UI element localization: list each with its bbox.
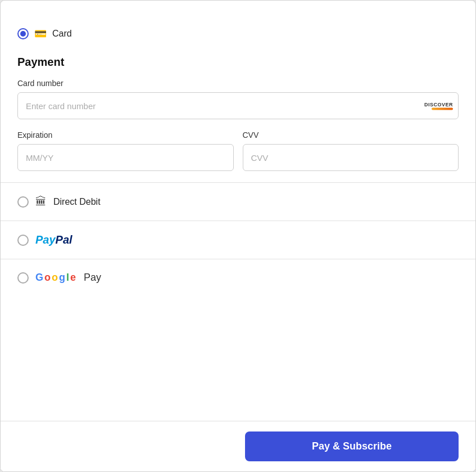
cvv-label: CVV (243, 131, 459, 140)
gpay-logo: Google (35, 272, 76, 284)
payment-modal: 💳 Card Payment Card number DISCOVER (0, 0, 476, 472)
pay-subscribe-button[interactable]: Pay & Subscribe (245, 431, 459, 461)
g-blue2: g (59, 272, 65, 284)
discover-text: DISCOVER (424, 102, 453, 107)
expiry-cvv-row: Expiration CVV (17, 131, 459, 171)
g-yellow: o (52, 272, 58, 284)
g-red: o (44, 272, 51, 284)
payment-section-title: Payment (17, 56, 459, 69)
direct-debit-label: Direct Debit (53, 197, 101, 207)
paypal-logo: PayPal (35, 233, 72, 246)
discover-badge: DISCOVER (424, 102, 453, 110)
cvv-input[interactable] (243, 144, 459, 171)
gpay-radio-button[interactable] (17, 272, 29, 284)
direct-debit-radio-button[interactable] (17, 196, 29, 208)
expiry-input[interactable] (17, 144, 234, 171)
expiry-label: Expiration (17, 131, 234, 140)
card-number-wrapper: DISCOVER (17, 92, 459, 119)
paypal-radio-button[interactable] (17, 235, 29, 246)
card-icon: 💳 (34, 28, 47, 40)
card-option-label: Card (52, 29, 72, 39)
paypal-option[interactable]: PayPal (17, 221, 459, 259)
paypal-pal-text: Pal (56, 233, 72, 246)
gpay-option[interactable]: Google Pay (17, 259, 459, 296)
footer: Pay & Subscribe (1, 421, 475, 471)
g-green: l (66, 272, 69, 284)
payment-form: Payment Card number DISCOVER Expiration (17, 56, 459, 171)
card-number-input[interactable] (17, 92, 459, 119)
gpay-text: Pay (84, 272, 101, 284)
discover-stripe (432, 108, 453, 110)
g-blue: G (35, 272, 43, 284)
card-radio-button[interactable] (17, 28, 29, 39)
card-number-label: Card number (17, 79, 459, 88)
bank-icon: 🏛 (35, 195, 47, 208)
expiry-group: Expiration (17, 131, 234, 171)
direct-debit-option[interactable]: 🏛 Direct Debit (17, 183, 459, 221)
paypal-pay-text: Pay (35, 233, 56, 246)
card-payment-option[interactable]: 💳 Card (17, 17, 459, 50)
cvv-group: CVV (243, 131, 459, 171)
g-red2: e (70, 272, 76, 284)
